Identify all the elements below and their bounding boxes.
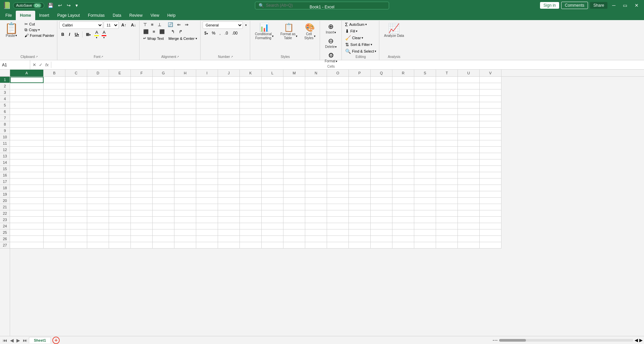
cell-N2[interactable] [305,83,327,89]
row-num-22[interactable]: 22 [0,210,10,217]
tab-insert[interactable]: Insert [35,11,53,20]
cell-N13[interactable] [305,153,327,159]
cell-H20[interactable] [174,198,196,204]
cell-P21[interactable] [349,204,371,210]
cell-E4[interactable] [109,96,131,102]
cell-K25[interactable] [240,229,262,236]
cell-H17[interactable] [174,179,196,185]
cell-A14[interactable] [10,159,44,166]
cell-R6[interactable] [392,109,414,115]
cell-H14[interactable] [174,159,196,166]
percent-button[interactable]: % [210,30,217,36]
sheet-nav-prev[interactable]: ◀ [9,338,15,343]
cell-F4[interactable] [131,96,153,102]
cell-E19[interactable] [109,191,131,198]
cell-P5[interactable] [349,102,371,109]
cell-V6[interactable] [480,109,501,115]
row-num-8[interactable]: 8 [0,121,10,128]
italic-button[interactable]: I [67,31,72,38]
cell-J18[interactable] [218,185,240,191]
cell-F23[interactable] [131,217,153,223]
cell-T9[interactable] [436,128,458,134]
cell-reference-box[interactable] [0,60,30,69]
cell-O16[interactable] [327,172,349,179]
col-header-G[interactable]: G [153,70,174,76]
cell-I23[interactable] [196,217,218,223]
cell-E18[interactable] [109,185,131,191]
cell-P15[interactable] [349,166,371,172]
cell-E21[interactable] [109,204,131,210]
cell-P6[interactable] [349,109,371,115]
col-header-J[interactable]: J [218,70,240,76]
cell-A3[interactable] [10,89,44,96]
cell-B26[interactable] [44,236,65,242]
cell-S20[interactable] [414,198,436,204]
cell-S16[interactable] [414,172,436,179]
cell-G15[interactable] [153,166,174,172]
cell-S19[interactable] [414,191,436,198]
cell-E12[interactable] [109,147,131,153]
cell-B16[interactable] [44,172,65,179]
cell-Q21[interactable] [371,204,392,210]
cell-P25[interactable] [349,229,371,236]
cell-I24[interactable] [196,223,218,229]
cell-H18[interactable] [174,185,196,191]
row-num-21[interactable]: 21 [0,204,10,210]
cell-S8[interactable] [414,121,436,128]
fill-color-button[interactable]: A ▾ [93,29,100,40]
cell-O26[interactable] [327,236,349,242]
cell-O12[interactable] [327,147,349,153]
tab-home[interactable]: Home [16,11,35,20]
cell-A22[interactable] [10,210,44,217]
cell-F18[interactable] [131,185,153,191]
cell-B19[interactable] [44,191,65,198]
cell-O11[interactable] [327,140,349,147]
cell-S24[interactable] [414,223,436,229]
cell-O19[interactable] [327,191,349,198]
cell-A5[interactable] [10,102,44,109]
cell-P26[interactable] [349,236,371,242]
col-header-C[interactable]: C [65,70,87,76]
cell-T2[interactable] [436,83,458,89]
cell-B11[interactable] [44,140,65,147]
cell-Q20[interactable] [371,198,392,204]
cell-B1[interactable] [44,77,65,83]
cell-O25[interactable] [327,229,349,236]
cell-J6[interactable] [218,109,240,115]
cell-R13[interactable] [392,153,414,159]
row-num-2[interactable]: 2 [0,83,10,89]
cell-C9[interactable] [65,128,87,134]
col-header-Q[interactable]: Q [371,70,392,76]
cell-A18[interactable] [10,185,44,191]
cell-H15[interactable] [174,166,196,172]
cell-F21[interactable] [131,204,153,210]
cell-O7[interactable] [327,115,349,121]
cell-M21[interactable] [283,204,305,210]
cell-L2[interactable] [262,83,283,89]
col-header-E[interactable]: E [109,70,131,76]
cell-E17[interactable] [109,179,131,185]
fmt-table-dropdown[interactable]: ▾ [296,35,298,38]
cell-N17[interactable] [305,179,327,185]
bold-button[interactable]: B [59,31,66,38]
cell-H2[interactable] [174,83,196,89]
cell-K12[interactable] [240,147,262,153]
cell-G10[interactable] [153,134,174,140]
row-num-27[interactable]: 27 [0,242,10,249]
add-sheet-button[interactable]: + [52,337,60,344]
cell-R5[interactable] [392,102,414,109]
cell-Q13[interactable] [371,153,392,159]
cell-M18[interactable] [283,185,305,191]
cell-H9[interactable] [174,128,196,134]
cell-E5[interactable] [109,102,131,109]
cell-B22[interactable] [44,210,65,217]
save-button[interactable]: 💾 [46,2,55,9]
cell-I19[interactable] [196,191,218,198]
cell-D13[interactable] [87,153,109,159]
cond-format-dropdown[interactable]: ▾ [272,35,274,38]
cell-G23[interactable] [153,217,174,223]
cell-O4[interactable] [327,96,349,102]
row-num-11[interactable]: 11 [0,140,10,147]
cell-V8[interactable] [480,121,501,128]
cell-P14[interactable] [349,159,371,166]
